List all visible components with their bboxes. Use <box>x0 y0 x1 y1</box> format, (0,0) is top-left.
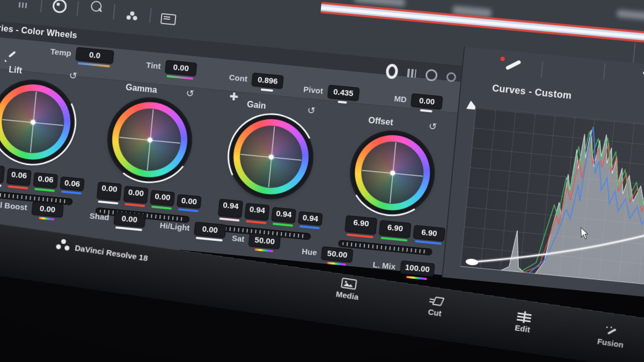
photo-of-screen: ries - Color Wheels Temp 0.0 Tint 0.00 <box>0 0 644 362</box>
lum-mix-value-field[interactable]: 100.00 <box>400 260 435 277</box>
contrast-label: Cont <box>229 72 248 83</box>
saturation-value-field[interactable]: 50.00 <box>248 233 281 249</box>
gain-g-field[interactable]: 0.94 <box>272 207 296 223</box>
lift-values: 0.06 0.06 0.06 0.06 <box>0 164 75 190</box>
luma-histogram <box>460 119 644 297</box>
target-icon[interactable] <box>50 0 70 16</box>
toolbar-divider <box>603 63 606 79</box>
toolbar-divider <box>149 8 152 23</box>
highlights-value-field[interactable]: 0.00 <box>194 221 226 238</box>
offset-values: 6.90 6.90 6.90 <box>345 215 435 240</box>
toolbar-divider <box>40 0 43 12</box>
curve-endpoint <box>465 258 478 266</box>
curves-panel: Curves - Custom <box>442 47 644 314</box>
tab-fusion[interactable]: Fusion <box>591 324 632 350</box>
md-underline <box>420 109 432 112</box>
lift-b-field[interactable]: 0.06 <box>60 176 85 191</box>
gain-r-field[interactable]: 0.94 <box>245 203 270 220</box>
gamma-wheel-group: Gamma ↻ 0.00 0.00 0.00 0.00 <box>95 79 202 224</box>
gamma-y-field[interactable]: 0.00 <box>97 182 122 201</box>
gamma-label: Gamma <box>125 83 157 95</box>
dot-mode-icon[interactable] <box>445 71 458 84</box>
toolbar-divider <box>77 1 79 16</box>
lift-color-wheel[interactable] <box>0 78 77 166</box>
cut-icon <box>429 295 444 307</box>
offset-r-field[interactable]: 6.90 <box>345 215 377 234</box>
hue-value-field[interactable]: 50.00 <box>321 246 353 262</box>
custom-curve-graph[interactable] <box>460 107 644 297</box>
toolbar-divider <box>113 4 115 19</box>
offset-b-field[interactable]: 6.90 <box>413 225 445 241</box>
luminance-arc <box>0 67 89 178</box>
tab-media[interactable]: Media <box>327 276 368 312</box>
color-boost-value-field[interactable]: 0.00 <box>31 201 63 217</box>
media-icon <box>341 278 357 290</box>
offset-wheel-group: Offset ↻ 6.90 6.90 6.90 <box>338 112 445 256</box>
reset-icon[interactable]: ↻ <box>186 88 195 99</box>
toolbar-divider <box>540 62 543 78</box>
pivot-underline <box>338 101 347 104</box>
edit-icon <box>517 311 532 323</box>
davinci-resolve-window: ries - Color Wheels Temp 0.0 Tint 0.00 <box>0 0 644 362</box>
lift-g-field[interactable]: 0.06 <box>33 172 58 188</box>
tab-cut[interactable]: Cut <box>415 293 456 324</box>
gamma-g-field[interactable]: 0.00 <box>150 190 175 206</box>
fusion-icon <box>604 326 619 337</box>
gain-label: Gain <box>246 100 266 111</box>
lum-mix-control: L. Mix 100.00 <box>372 257 435 277</box>
hue-label: Hue <box>302 247 318 257</box>
gamma-r-field[interactable]: 0.00 <box>123 186 149 203</box>
rgb-circles-icon[interactable] <box>122 6 142 26</box>
wheels-mode-icon[interactable] <box>385 65 398 78</box>
mouse-cursor <box>580 227 590 240</box>
gain-b-field[interactable]: 0.94 <box>298 211 323 226</box>
magnifier-icon[interactable] <box>86 0 106 16</box>
lift-r-field[interactable]: 0.06 <box>6 168 32 186</box>
reset-icon[interactable]: ↻ <box>428 121 437 131</box>
gain-wheel-group: Gain ↻ 0.94 0.94 0.94 0.94 <box>216 96 323 240</box>
lift-y-field[interactable]: 0.06 <box>0 164 5 183</box>
offset-label: Offset <box>368 115 394 127</box>
gain-color-wheel[interactable] <box>227 113 315 201</box>
luminance-arc <box>216 101 327 212</box>
gain-y-field[interactable]: 0.94 <box>218 198 243 218</box>
lift-label: Lift <box>9 65 23 76</box>
lum-mix-label: L. Mix <box>372 260 396 271</box>
app-version-label: DaVinci Resolve 18 <box>74 243 148 263</box>
mid-detail-label: MD <box>394 94 407 104</box>
highlights-control: Hi/Light 0.00 <box>159 218 226 238</box>
pivot-label: Pivot <box>303 85 324 95</box>
lift-wheel-group: Lift ↻ 0.06 0.06 0.06 0.06 <box>0 61 85 205</box>
reset-icon[interactable]: ↻ <box>69 71 78 81</box>
tint-label: Tint <box>146 60 162 71</box>
curve-histogram-svg <box>460 107 644 296</box>
temp-label: Temp <box>50 47 71 58</box>
gamma-values: 0.00 0.00 0.00 0.00 <box>97 182 192 208</box>
offset-color-wheel[interactable] <box>348 129 436 217</box>
offset-g-field[interactable]: 6.90 <box>379 220 411 238</box>
shadows-label: Shad <box>89 211 109 221</box>
reset-icon[interactable]: ↻ <box>307 105 316 115</box>
highlights-label: Hi/Light <box>159 220 190 232</box>
card-icon[interactable] <box>158 9 178 29</box>
gain-values: 0.94 0.94 0.94 0.94 <box>218 198 313 225</box>
color-boost-label: Col Boost <box>0 199 28 212</box>
luminance-arc <box>340 120 445 225</box>
circle-mode-icon[interactable] <box>425 69 438 82</box>
saturation-label: Sat <box>231 233 245 243</box>
wave-icon[interactable] <box>13 0 33 15</box>
blurred-text <box>617 10 644 20</box>
tab-edit[interactable]: Edit <box>503 309 543 337</box>
gamma-b-field[interactable]: 0.00 <box>177 194 201 209</box>
luminance-arc <box>101 92 197 188</box>
davinci-logo-icon <box>55 238 70 253</box>
shadows-value-field[interactable]: 0.00 <box>113 211 145 227</box>
bars-mode-icon[interactable] <box>405 67 418 80</box>
gamma-color-wheel[interactable] <box>106 96 194 184</box>
